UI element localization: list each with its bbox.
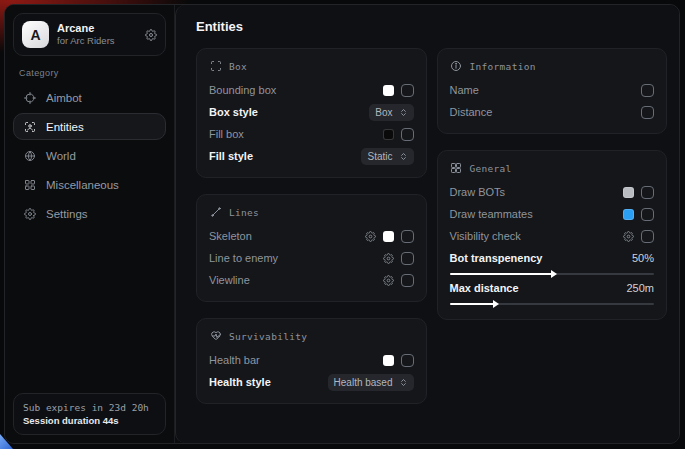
checkbox-distance[interactable]	[641, 106, 654, 119]
card-columns: BoxBounding boxBox styleBoxFill boxFill …	[196, 48, 667, 404]
checkbox-draw-teammates[interactable]	[641, 208, 654, 221]
sub-expires-text: Sub expires in 23d 20h	[23, 401, 156, 414]
checkbox-bounding-box[interactable]	[401, 84, 414, 97]
checkbox-visibility-check[interactable]	[641, 230, 654, 243]
scan-icon	[209, 60, 222, 72]
category-label: Category	[19, 68, 160, 78]
brand-card: A Arcane for Arc Riders	[13, 13, 166, 56]
slider-max-distance: Max distance250m	[450, 279, 655, 305]
chevrons-updown-icon	[399, 377, 408, 388]
card-box: BoxBounding boxBox styleBoxFill boxFill …	[196, 48, 427, 178]
setting-row-bounding-box: Bounding box	[209, 79, 414, 101]
checkbox-health-bar[interactable]	[401, 354, 414, 367]
sidebar-item-label: Aimbot	[46, 92, 82, 104]
slider-label-row: Bot transpenency50%	[450, 249, 655, 267]
avatar: A	[22, 21, 49, 48]
color-swatch[interactable]	[623, 187, 634, 198]
setting-label: Bounding box	[209, 84, 375, 96]
session-duration-text: Session duration 44s	[23, 414, 156, 427]
sidebar-item-miscellaneous[interactable]: Miscellaneous	[13, 171, 166, 198]
select-box-style[interactable]: Box	[369, 104, 413, 121]
setting-label: Line to enemy	[209, 252, 375, 264]
card-header: Lines	[209, 206, 414, 218]
select-value: Health based	[334, 377, 393, 388]
row-controls	[623, 208, 654, 221]
card-header: Information	[450, 60, 655, 72]
card-general: GeneralDraw BOTsDraw teammatesVisibility…	[437, 150, 668, 320]
setting-label: Distance	[450, 106, 634, 118]
row-controls	[623, 230, 654, 243]
checkbox-line-to-enemy[interactable]	[401, 252, 414, 265]
pulse-icon	[209, 330, 222, 342]
sidebar-item-label: World	[46, 150, 76, 162]
sidebar-item-aimbot[interactable]: Aimbot	[13, 84, 166, 111]
setting-row-health-bar: Health bar	[209, 349, 414, 371]
setting-label: Health style	[209, 376, 320, 388]
color-swatch[interactable]	[383, 85, 394, 96]
checkbox-fill-box[interactable]	[401, 128, 414, 141]
setting-row-name: Name	[450, 79, 655, 101]
brand-text: Arcane for Arc Riders	[57, 22, 137, 47]
row-controls	[383, 252, 414, 265]
setting-label: Draw teammates	[450, 208, 616, 220]
color-swatch[interactable]	[383, 231, 394, 242]
setting-row-draw-teammates: Draw teammates	[450, 203, 655, 225]
gear-icon	[23, 208, 37, 220]
row-settings-gear-icon[interactable]	[383, 253, 394, 264]
sidebar-item-label: Miscellaneous	[46, 179, 119, 191]
setting-row-viewline: Viewline	[209, 269, 414, 291]
card-title: Survivability	[229, 331, 307, 342]
setting-row-fill-style: Fill styleStatic	[209, 145, 414, 167]
checkbox-viewline[interactable]	[401, 274, 414, 287]
setting-row-visibility-check: Visibility check	[450, 225, 655, 247]
setting-row-fill-box: Fill box	[209, 123, 414, 145]
row-controls	[383, 274, 414, 287]
card-header: Survivability	[209, 330, 414, 342]
color-swatch[interactable]	[623, 209, 634, 220]
sidebar-item-label: Entities	[46, 121, 84, 133]
brand-gear-icon[interactable]	[145, 29, 157, 41]
color-swatch[interactable]	[383, 355, 394, 366]
setting-row-health-style: Health styleHealth based	[209, 371, 414, 393]
row-controls: Static	[361, 148, 413, 165]
slider-track[interactable]	[450, 303, 655, 305]
setting-label: Viewline	[209, 274, 375, 286]
row-settings-gear-icon[interactable]	[383, 275, 394, 286]
color-swatch[interactable]	[383, 129, 394, 140]
slider-label: Bot transpenency	[450, 252, 632, 264]
select-value: Box	[375, 107, 392, 118]
checkbox-name[interactable]	[641, 84, 654, 97]
setting-label: Fill box	[209, 128, 375, 140]
select-health-style[interactable]: Health based	[328, 374, 414, 391]
row-settings-gear-icon[interactable]	[365, 231, 376, 242]
slider-bot-transpenency: Bot transpenency50%	[450, 249, 655, 275]
checkbox-draw-bots[interactable]	[641, 186, 654, 199]
row-controls: Box	[369, 104, 413, 121]
setting-label: Visibility check	[450, 230, 616, 242]
slider-value: 250m	[626, 282, 654, 294]
setting-label: Box style	[209, 106, 361, 118]
card-title: Information	[470, 61, 536, 72]
slider-track[interactable]	[450, 273, 655, 275]
sidebar-item-world[interactable]: World	[13, 142, 166, 169]
select-fill-style[interactable]: Static	[361, 148, 413, 165]
slider-thumb[interactable]	[551, 270, 557, 278]
row-controls	[383, 354, 414, 367]
sidebar-item-entities[interactable]: Entities	[13, 113, 166, 140]
card-information: InformationNameDistance	[437, 48, 668, 134]
sidebar-item-settings[interactable]: Settings	[13, 200, 166, 227]
entities-icon	[23, 121, 37, 133]
info-icon	[450, 60, 463, 72]
row-controls	[383, 128, 414, 141]
slider-fill	[450, 303, 495, 305]
checkbox-skeleton[interactable]	[401, 230, 414, 243]
row-settings-gear-icon[interactable]	[623, 231, 634, 242]
slider-value: 50%	[632, 252, 654, 264]
card-title: General	[470, 163, 512, 174]
slider-thumb[interactable]	[493, 300, 499, 308]
slider-label: Max distance	[450, 282, 627, 294]
layout-grid-icon	[450, 162, 463, 174]
row-controls	[623, 186, 654, 199]
card-title: Box	[229, 61, 247, 72]
setting-label: Draw BOTs	[450, 186, 616, 198]
